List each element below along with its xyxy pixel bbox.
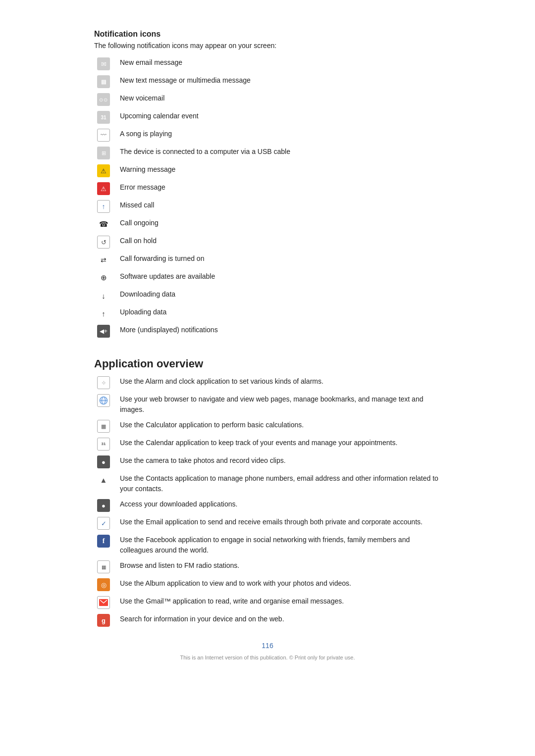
app-overview-section: Application overview ✧ Use the Alarm and… xyxy=(94,357,441,627)
list-item: ✓ Use the Email application to send and … xyxy=(94,517,441,530)
voicemail-icon: ⊙⊙ xyxy=(94,93,113,106)
list-item: ⊞ The device is connected to a computer … xyxy=(94,147,441,159)
page-content: Notification icons The following notific… xyxy=(74,0,461,700)
calculator-app-icon: ▦ xyxy=(94,420,113,433)
google-app-icon: g xyxy=(94,614,113,627)
list-item: ✉ New email message xyxy=(94,57,441,70)
list-item: ▦ Use the Calculator application to perf… xyxy=(94,420,441,433)
list-item: ↑ Missed call xyxy=(94,200,441,213)
list-item: ◎ Use the Album application to view and … xyxy=(94,578,441,591)
list-item: ⚠ Warning message xyxy=(94,164,441,177)
list-item: f Use the Facebook application to engage… xyxy=(94,535,441,555)
list-item: ● Access your downloaded applications. xyxy=(94,499,441,512)
call-hold-icon: ↺ xyxy=(94,236,113,249)
item-label: Missed call xyxy=(120,200,154,210)
item-label: Access your downloaded applications. xyxy=(120,499,237,509)
music-playing-icon: 〰 xyxy=(94,129,113,142)
list-item: Use your web browser to navigate and vie… xyxy=(94,394,441,415)
list-item: ▲ Use the Contacts application to manage… xyxy=(94,473,441,494)
list-item: ● Use the camera to take photos and reco… xyxy=(94,455,441,468)
list-item: ✧ Use the Alarm and clock application to… xyxy=(94,376,441,389)
item-label: New voicemail xyxy=(120,93,164,103)
item-label: Use the Calendar application to keep tra… xyxy=(120,438,397,448)
list-item: 31 Upcoming calendar event xyxy=(94,111,441,124)
sms-icon: ▤ xyxy=(94,75,113,88)
item-label: Software updates are available xyxy=(120,271,215,282)
album-app-icon: ◎ xyxy=(94,578,113,591)
calendar-notif-icon: 31 xyxy=(94,111,113,124)
list-item: ☎ Call ongoing xyxy=(94,218,441,231)
list-item: ↺ Call on hold xyxy=(94,236,441,249)
email-app-icon: ✓ xyxy=(94,517,113,530)
warning-icon: ⚠ xyxy=(94,164,113,177)
list-item: ⊙⊙ New voicemail xyxy=(94,93,441,106)
browser-app-icon xyxy=(94,394,113,407)
app-icon-list: ✧ Use the Alarm and clock application to… xyxy=(94,376,441,627)
notification-intro: The following notification icons may app… xyxy=(94,42,441,50)
item-label: Warning message xyxy=(120,164,175,175)
missed-call-icon: ↑ xyxy=(94,200,113,213)
list-item: 〰 A song is playing xyxy=(94,129,441,142)
item-label: Upcoming calendar event xyxy=(120,111,199,121)
item-label: Use the Calculator application to perfor… xyxy=(120,420,304,430)
item-label: Downloading data xyxy=(120,289,175,300)
page-number: 116 xyxy=(94,642,441,650)
item-label: More (undisplayed) notifications xyxy=(120,325,218,335)
call-forward-icon: ⇄ xyxy=(94,253,113,266)
list-item: ↓ Downloading data xyxy=(94,289,441,302)
list-item: g Search for information in your device … xyxy=(94,614,441,627)
downloads-app-icon: ● xyxy=(94,499,113,512)
notification-title: Notification icons xyxy=(94,30,441,39)
list-item: ↑ Uploading data xyxy=(94,307,441,320)
list-item: 31 Use the Calendar application to keep … xyxy=(94,438,441,451)
facebook-app-icon: f xyxy=(94,535,113,548)
camera-app-icon: ● xyxy=(94,455,113,468)
item-label: New text message or multimedia message xyxy=(120,75,251,86)
list-item: ▤ New text message or multimedia message xyxy=(94,75,441,88)
software-update-icon: ⊕ xyxy=(94,271,113,284)
item-label: Error message xyxy=(120,182,165,193)
list-item: ⚠ Error message xyxy=(94,182,441,195)
list-item: Use the Gmail™ application to read, writ… xyxy=(94,596,441,609)
list-item: ⇄ Call forwarding is turned on xyxy=(94,253,441,266)
error-icon: ⚠ xyxy=(94,182,113,195)
item-label: Use the Alarm and clock application to s… xyxy=(120,376,323,387)
item-label: New email message xyxy=(120,57,182,68)
item-label: Call forwarding is turned on xyxy=(120,253,204,264)
more-notifications-icon: ◀+ xyxy=(94,325,113,338)
list-item: ▦ Browse and listen to FM radio stations… xyxy=(94,560,441,573)
list-item: ⊕ Software updates are available xyxy=(94,271,441,284)
item-label: Uploading data xyxy=(120,307,166,317)
item-label: Call ongoing xyxy=(120,218,159,228)
item-label: Use the Gmail™ application to read, writ… xyxy=(120,596,344,606)
fm-radio-app-icon: ▦ xyxy=(94,560,113,573)
item-label: Use the Album application to view and to… xyxy=(120,578,351,589)
call-ongoing-icon: ☎ xyxy=(94,218,113,231)
item-label: Use your web browser to navigate and vie… xyxy=(120,394,441,415)
app-overview-title: Application overview xyxy=(94,357,441,370)
downloading-icon: ↓ xyxy=(94,289,113,302)
contacts-app-icon: ▲ xyxy=(94,473,113,486)
item-label: The device is connected to a computer vi… xyxy=(120,147,290,157)
item-label: Use the Email application to send and re… xyxy=(120,517,423,527)
item-label: Use the Contacts application to manage p… xyxy=(120,473,441,494)
item-label: Search for information in your device an… xyxy=(120,614,284,624)
alarm-app-icon: ✧ xyxy=(94,376,113,389)
item-label: Use the Facebook application to engage i… xyxy=(120,535,441,555)
email-icon: ✉ xyxy=(94,57,113,70)
footer-text: This is an Internet version of this publ… xyxy=(94,655,441,660)
usb-icon: ⊞ xyxy=(94,147,113,159)
list-item: ◀+ More (undisplayed) notifications xyxy=(94,325,441,338)
calendar-app-icon: 31 xyxy=(94,438,113,451)
notification-section: Notification icons The following notific… xyxy=(94,30,441,338)
item-label: Call on hold xyxy=(120,236,157,246)
item-label: Browse and listen to FM radio stations. xyxy=(120,560,239,571)
item-label: Use the camera to take photos and record… xyxy=(120,455,286,466)
uploading-icon: ↑ xyxy=(94,307,113,320)
notification-icon-list: ✉ New email message ▤ New text message o… xyxy=(94,57,441,338)
gmail-app-icon xyxy=(94,596,113,609)
item-label: A song is playing xyxy=(120,129,172,139)
